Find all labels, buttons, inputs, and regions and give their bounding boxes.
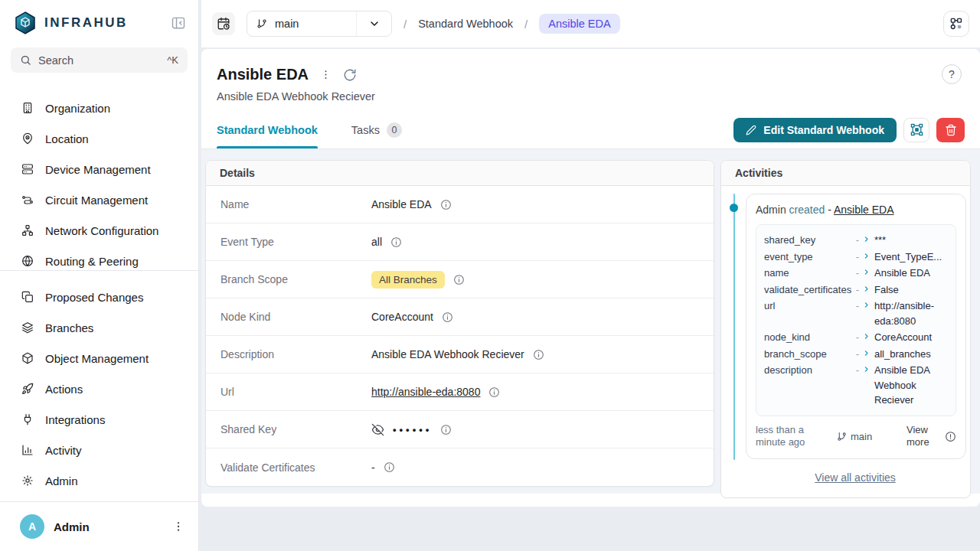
sidebar-item-object-management[interactable]: Object Management — [0, 343, 198, 373]
prop-row: name - Ansible EDA — [764, 266, 948, 281]
calendar-clock-icon[interactable] — [212, 12, 235, 35]
info-icon[interactable] — [440, 199, 452, 210]
brand-wordmark: INFRAHUB — [44, 15, 171, 31]
detail-row-validate-certificates: Validate Certificates - — [206, 448, 714, 486]
gear-icon — [21, 474, 34, 487]
user-row[interactable]: A Admin — [0, 501, 198, 551]
sidebar-item-device-management[interactable]: Device Management — [0, 154, 198, 184]
breadcrumb-parent[interactable]: Standard Webhook — [418, 18, 513, 30]
branch-selector[interactable]: main — [247, 11, 392, 37]
activity-actor: Admin — [756, 204, 786, 216]
chevron-right-icon — [863, 350, 870, 357]
user-menu-kebab-icon[interactable] — [172, 520, 185, 533]
tab-actions: Edit Standard Webhook — [733, 118, 965, 142]
title-kebab-icon[interactable] — [320, 69, 332, 80]
sidebar-item-label: Admin — [45, 474, 78, 487]
logo-row: INFRAHUB — [0, 0, 198, 34]
detail-row-event-type: Event Type all — [206, 223, 714, 261]
info-icon[interactable] — [453, 274, 465, 285]
refresh-icon[interactable] — [343, 68, 357, 82]
sidebar: INFRAHUB ^K Organization Location Device… — [0, 0, 199, 551]
tab-label: Standard Webhook — [217, 124, 318, 136]
sidebar-item-label: Activity — [45, 444, 82, 457]
info-icon[interactable] — [488, 386, 500, 398]
sidebar-item-location[interactable]: Location — [0, 123, 198, 154]
globe-icon — [21, 255, 34, 267]
branch-scope-badge: All Branches — [371, 271, 445, 289]
info-icon[interactable] — [390, 236, 402, 248]
page-title: Ansible EDA — [217, 66, 309, 83]
info-icon[interactable] — [440, 424, 452, 435]
eye-off-icon[interactable] — [371, 423, 384, 436]
breadcrumb-separator: / — [403, 18, 407, 31]
prop-row: event_type - Event_TypeE... — [764, 249, 948, 265]
breadcrumb-current[interactable]: Ansible EDA — [539, 14, 619, 34]
sidebar-item-label: Proposed Changes — [45, 291, 143, 304]
alert-icon[interactable] — [945, 431, 956, 442]
sidebar-item-organization[interactable]: Organization — [0, 93, 198, 123]
sidebar-item-network-configuration[interactable]: Network Configuration — [0, 215, 198, 246]
sidebar-item-actions[interactable]: Actions — [0, 373, 198, 404]
prop-row: description - Ansible EDA Webhook Reciev… — [764, 363, 948, 408]
schema-icon[interactable] — [943, 11, 969, 37]
building-icon — [21, 102, 34, 114]
sidebar-item-circuit-management[interactable]: Circuit Management — [0, 184, 198, 215]
detail-row-shared-key: Shared Key •••••• — [206, 411, 714, 448]
sidebar-item-admin[interactable]: Admin — [0, 465, 198, 496]
chevron-right-icon — [863, 333, 870, 340]
sidebar-item-label: Object Management — [45, 352, 149, 365]
edit-standard-webhook-button[interactable]: Edit Standard Webhook — [733, 118, 897, 142]
url-link[interactable]: http://ansible-eda:8080 — [371, 386, 480, 398]
detail-value: Ansible EDA — [371, 198, 432, 210]
collapse-sidebar-icon[interactable] — [171, 15, 186, 31]
tab-tasks[interactable]: Tasks 0 — [351, 111, 402, 148]
sidebar-item-routing-peering[interactable]: Routing & Peering — [0, 246, 198, 271]
sidebar-item-branches[interactable]: Branches — [0, 312, 198, 343]
detail-value: all — [371, 236, 382, 248]
search-input[interactable] — [38, 54, 160, 67]
sidebar-item-activity[interactable]: Activity — [0, 435, 198, 465]
sidebar-item-label: Organization — [45, 102, 110, 115]
view-more-link[interactable]: View more — [906, 424, 940, 450]
detail-label: Node Kind — [220, 311, 371, 323]
help-icon[interactable]: ? — [942, 64, 962, 84]
sidebar-item-proposed-changes[interactable]: Proposed Changes — [0, 282, 198, 312]
delete-button[interactable] — [936, 118, 965, 142]
detail-value: CoreAccount — [371, 311, 433, 323]
search-box[interactable]: ^K — [11, 47, 188, 73]
activity-branch-name: main — [851, 431, 872, 442]
detail-row-description: Description Ansible EDA Webhook Reciever — [206, 336, 714, 373]
activity-footer: less than a minute ago main View more — [756, 424, 956, 450]
chevron-right-icon — [863, 253, 870, 259]
info-icon[interactable] — [442, 311, 453, 323]
sidebar-item-integrations[interactable]: Integrations — [0, 404, 198, 435]
chevron-down-icon[interactable] — [356, 11, 391, 36]
search-shortcut: ^K — [167, 54, 178, 66]
breadcrumb: / Standard Webhook / Ansible EDA — [403, 14, 620, 34]
tab-standard-webhook[interactable]: Standard Webhook — [217, 111, 318, 148]
chevron-right-icon — [863, 366, 870, 373]
prop-row: node_kind - CoreAccount — [764, 330, 948, 345]
activities-header: Activities — [721, 161, 970, 186]
detail-row-url: Url http://ansible-eda:8080 — [206, 373, 714, 411]
view-all-activities-link[interactable]: View all activities — [746, 471, 965, 484]
activity-timestamp: less than a minute ago — [756, 424, 832, 450]
search-icon — [20, 54, 31, 66]
branch-name: main — [275, 18, 299, 30]
chevron-right-icon — [863, 302, 870, 308]
details-header: Details — [206, 161, 714, 186]
timeline-line — [733, 194, 735, 460]
infrahub-logo-icon — [14, 11, 37, 34]
activities-card: Activities Admin created - Ansible EDA s… — [720, 160, 971, 498]
detail-label: Validate Certificates — [220, 461, 371, 474]
info-icon[interactable] — [533, 349, 544, 360]
prop-row: branch_scope - all_branches — [764, 347, 948, 362]
info-icon[interactable] — [384, 461, 395, 473]
detail-row-branch-scope: Branch Scope All Branches — [206, 261, 714, 298]
manage-groups-button[interactable] — [903, 118, 929, 142]
detail-row-name: Name Ansible EDA — [206, 186, 714, 223]
timeline-dot — [730, 204, 738, 212]
sidebar-item-label: Circuit Management — [45, 194, 148, 207]
detail-row-node-kind: Node Kind CoreAccount — [206, 298, 714, 336]
activity-target-link[interactable]: Ansible EDA — [834, 204, 894, 216]
